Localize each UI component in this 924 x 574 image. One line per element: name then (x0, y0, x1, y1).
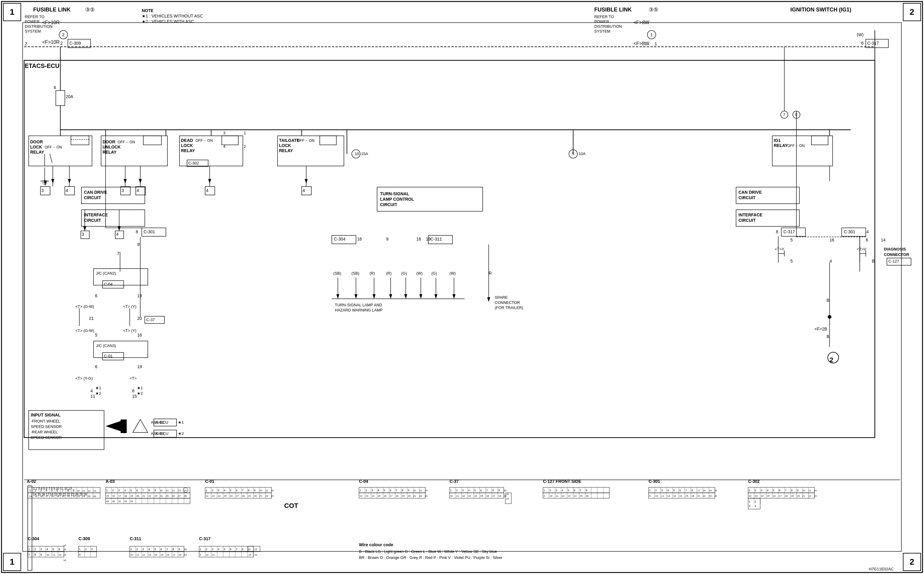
svg-text:17: 17 (779, 495, 782, 497)
svg-marker-245 (452, 294, 455, 299)
svg-text:11: 11 (809, 489, 811, 492)
svg-text:OFF→ ON: OFF→ ON (45, 145, 62, 150)
svg-text:17: 17 (697, 489, 700, 492)
svg-text:ETACS-ECU: ETACS-ECU (25, 63, 60, 69)
svg-rect-83 (772, 136, 833, 166)
svg-text:1: 1 (200, 548, 201, 551)
svg-text:13: 13 (568, 495, 570, 497)
svg-text:★1: ★1 (178, 420, 184, 424)
svg-marker-695 (68, 179, 71, 183)
svg-text:C-317: C-317 (199, 536, 211, 541)
svg-rect-61 (143, 136, 161, 145)
svg-text:16: 16 (384, 495, 386, 497)
svg-text:8: 8 (402, 489, 403, 492)
svg-text:LOCK: LOCK (30, 145, 42, 150)
svg-rect-68 (222, 136, 238, 145)
svg-text:A-03: A-03 (105, 479, 115, 484)
svg-text:19: 19 (184, 554, 187, 556)
svg-text:1: 1 (244, 131, 246, 135)
svg-text:16: 16 (691, 495, 694, 497)
svg-text:4: 4 (66, 188, 68, 193)
svg-text:21: 21 (506, 493, 509, 495)
svg-text:10: 10 (450, 495, 453, 497)
svg-text:CAN DRIVE: CAN DRIVE (84, 190, 107, 195)
svg-text:4: 4 (667, 489, 669, 492)
svg-text:20: 20 (136, 495, 139, 497)
svg-text:26: 26 (172, 495, 175, 497)
svg-text:8: 8 (248, 489, 249, 492)
svg-text:10: 10 (160, 489, 162, 492)
svg-text:6: 6 (95, 364, 98, 369)
svg-text:19: 19 (402, 495, 405, 497)
svg-text:19: 19 (709, 489, 711, 492)
svg-text:1: 1 (650, 32, 653, 37)
svg-text:SYSTEM: SYSTEM (594, 29, 610, 33)
svg-text:CIRCUIT: CIRCUIT (380, 202, 397, 207)
svg-text:3: 3 (41, 188, 44, 193)
svg-rect-81 (320, 136, 336, 145)
svg-marker-233 (354, 294, 357, 299)
diagram-area: FUSIBLE LINK ③⑤ <F>10R 2 <F>10R C-309 2 … (0, 0, 924, 574)
svg-text:POWER: POWER (594, 19, 609, 24)
svg-text:12: 12 (58, 554, 61, 556)
svg-text:CIRCUIT: CIRCUIT (84, 195, 101, 200)
svg-text:1: 1 (79, 548, 80, 551)
svg-text:13: 13 (178, 489, 181, 492)
svg-rect-42 (56, 90, 65, 106)
svg-text:9: 9 (73, 489, 74, 492)
svg-text:B: B (826, 298, 829, 303)
svg-text:10A: 10A (579, 151, 586, 156)
svg-text:6: 6 (230, 548, 231, 551)
svg-text:23: 23 (425, 495, 427, 497)
svg-text:23: 23 (154, 495, 157, 497)
svg-text:9: 9 (179, 548, 180, 551)
svg-text:14: 14 (679, 495, 682, 497)
svg-text:2: 2 (206, 548, 207, 551)
svg-text:★1: ★1 (137, 386, 143, 390)
svg-text:24: 24 (160, 495, 162, 497)
svg-text:DOOR: DOOR (102, 139, 115, 144)
svg-text:18: 18 (242, 495, 245, 497)
svg-text:23: 23 (77, 495, 80, 498)
svg-text:C-301: C-301 (649, 479, 660, 484)
svg-text:7: 7 (62, 489, 64, 492)
svg-text:6: 6 (57, 489, 58, 492)
svg-text:25: 25 (88, 495, 90, 498)
svg-text:13: 13 (468, 495, 471, 497)
svg-text:4: 4 (224, 489, 225, 492)
svg-text:10: 10 (130, 554, 133, 556)
svg-text:1: 1 (649, 489, 651, 492)
svg-text:22: 22 (419, 495, 422, 497)
svg-text:REFER TO: REFER TO (594, 14, 614, 19)
svg-text:16: 16 (63, 559, 66, 561)
svg-text:20: 20 (62, 495, 65, 498)
svg-text:IG1: IG1 (774, 138, 781, 143)
svg-text:24: 24 (714, 495, 717, 497)
svg-text:21: 21 (413, 495, 416, 497)
svg-text:HAZARD WARNING LAMP: HAZARD WARNING LAMP (335, 308, 383, 312)
svg-text:14: 14 (881, 238, 886, 242)
svg-text:9: 9 (544, 495, 545, 497)
svg-text:CAN DRIVE: CAN DRIVE (738, 190, 762, 195)
svg-text:7: 7 (167, 548, 168, 551)
svg-text:(FOR TRAILER): (FOR TRAILER) (495, 305, 523, 310)
svg-text:·FRONT WHEEL: ·FRONT WHEEL (31, 419, 60, 423)
svg-text:C-127: C-127 (888, 259, 899, 263)
svg-text:BR : Brown    O : Orange    GR: BR : Brown O : Orange GR : Grey R : Red … (359, 555, 502, 560)
svg-text:15: 15 (224, 495, 227, 497)
svg-text:3: 3 (218, 489, 219, 492)
svg-text:15A: 15A (361, 151, 368, 156)
svg-text:1: 1 (28, 548, 30, 551)
svg-text:5: 5 (773, 489, 774, 492)
svg-text:9: 9 (200, 554, 201, 556)
svg-text:OFF→ ON: OFF→ ON (297, 139, 314, 143)
svg-text:16: 16 (137, 333, 142, 337)
svg-text:C-304: C-304 (28, 536, 39, 541)
svg-text:15: 15 (580, 495, 582, 497)
svg-text:11: 11 (266, 489, 268, 492)
svg-text:19: 19 (426, 237, 431, 241)
svg-text:RELAY: RELAY (279, 148, 293, 153)
svg-marker-243 (434, 294, 438, 299)
svg-text:2: 2 (35, 489, 36, 492)
svg-text:27: 27 (178, 495, 181, 497)
